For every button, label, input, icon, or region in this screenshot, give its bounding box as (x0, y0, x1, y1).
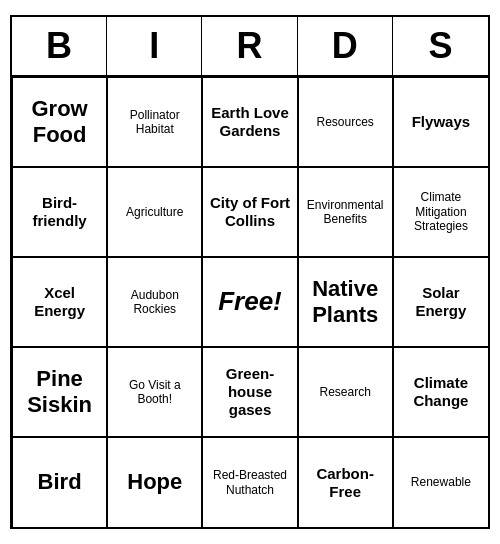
bingo-cell: Pollinator Habitat (107, 77, 202, 167)
bingo-cell: Solar Energy (393, 257, 488, 347)
cell-label: Renewable (411, 475, 471, 489)
header-letter: R (202, 17, 297, 75)
bingo-cell: Pine Siskin (12, 347, 107, 437)
cell-label: Red-Breasted Nuthatch (207, 468, 292, 497)
bingo-cell: Audubon Rockies (107, 257, 202, 347)
cell-label: Xcel Energy (17, 284, 102, 320)
header-letter: I (107, 17, 202, 75)
cell-label: Agriculture (126, 205, 183, 219)
cell-label: Pollinator Habitat (112, 108, 197, 137)
cell-label: Resources (317, 115, 374, 129)
cell-label: Climate Change (398, 374, 484, 410)
bingo-cell: Red-Breasted Nuthatch (202, 437, 297, 527)
bingo-cell: Resources (298, 77, 393, 167)
bingo-cell: Bird (12, 437, 107, 527)
cell-label: Audubon Rockies (112, 288, 197, 317)
bingo-cell: Bird-friendly (12, 167, 107, 257)
header-letter: D (298, 17, 393, 75)
bingo-grid: Grow FoodPollinator HabitatEarth Love Ga… (12, 77, 488, 527)
bingo-cell: Agriculture (107, 167, 202, 257)
header-letter: S (393, 17, 488, 75)
bingo-cell: Native Plants (298, 257, 393, 347)
cell-label: Earth Love Gardens (207, 104, 292, 140)
cell-label: Free! (218, 286, 282, 317)
bingo-cell: Climate Change (393, 347, 488, 437)
cell-label: Native Plants (303, 276, 388, 329)
header-letter: B (12, 17, 107, 75)
bingo-header: BIRDS (12, 17, 488, 77)
cell-label: Hope (127, 469, 182, 495)
bingo-cell: Green-house gases (202, 347, 297, 437)
bingo-cell: City of Fort Collins (202, 167, 297, 257)
bingo-cell: Hope (107, 437, 202, 527)
cell-label: Solar Energy (398, 284, 484, 320)
cell-label: Environmental Benefits (303, 198, 388, 227)
bingo-cell: Environmental Benefits (298, 167, 393, 257)
cell-label: Go Visit a Booth! (112, 378, 197, 407)
cell-label: Climate Mitigation Strategies (398, 190, 484, 233)
cell-label: Grow Food (17, 96, 102, 149)
cell-label: City of Fort Collins (207, 194, 292, 230)
cell-label: Green-house gases (207, 365, 292, 419)
bingo-cell: Grow Food (12, 77, 107, 167)
bingo-cell: Climate Mitigation Strategies (393, 167, 488, 257)
bingo-cell: Research (298, 347, 393, 437)
bingo-cell: Go Visit a Booth! (107, 347, 202, 437)
bingo-card: BIRDS Grow FoodPollinator HabitatEarth L… (10, 15, 490, 529)
cell-label: Carbon-Free (303, 465, 388, 501)
bingo-cell: Renewable (393, 437, 488, 527)
cell-label: Bird-friendly (17, 194, 102, 230)
bingo-cell: Earth Love Gardens (202, 77, 297, 167)
bingo-cell: Xcel Energy (12, 257, 107, 347)
cell-label: Flyways (412, 113, 470, 131)
bingo-cell: Flyways (393, 77, 488, 167)
cell-label: Bird (38, 469, 82, 495)
bingo-cell: Free! (202, 257, 297, 347)
bingo-cell: Carbon-Free (298, 437, 393, 527)
cell-label: Pine Siskin (17, 366, 102, 419)
cell-label: Research (320, 385, 371, 399)
